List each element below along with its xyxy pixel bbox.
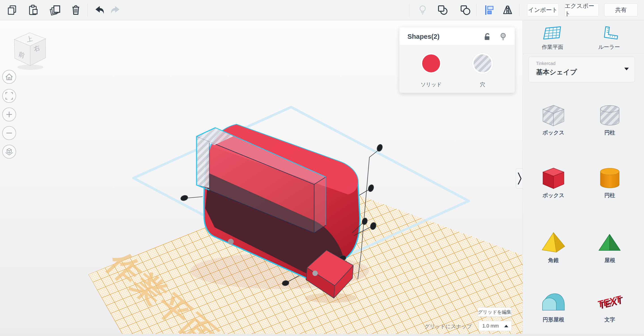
inspector-title: Shapes(2) <box>408 33 440 40</box>
solid-label: ソリッド <box>409 81 454 88</box>
shape-tile-label: ボックス <box>529 129 578 136</box>
redo-icon <box>110 4 122 16</box>
shape-tile-box-hole[interactable]: ボックス <box>529 103 578 136</box>
align-icon <box>484 4 495 16</box>
hole-label: 穴 <box>460 81 505 88</box>
cylinder-hole-icon <box>595 103 624 128</box>
workplane-tool-label: 作業平面 <box>530 44 575 51</box>
paste-button[interactable] <box>26 3 40 17</box>
edit-grid-button[interactable]: グリッドを編集 <box>478 307 512 317</box>
toolbar-separator <box>476 4 476 16</box>
duplicate-button[interactable] <box>48 3 62 17</box>
snap-grid-value: 1.0 mm <box>479 323 504 329</box>
undo-button[interactable] <box>92 3 106 17</box>
mirror-icon <box>502 4 514 16</box>
unlock-icon <box>483 33 492 41</box>
hole-swatch[interactable] <box>472 53 493 74</box>
shape-tile-round-roof[interactable]: 円形屋根 <box>529 290 578 323</box>
caret-down-icon <box>624 68 629 70</box>
shape-tile-label: 屋根 <box>585 257 634 264</box>
shape-library-sidebar: 作業平面 ルーラー Tinkercad 基本シェイプ ボックス 円柱 <box>522 20 644 336</box>
minus-icon <box>4 128 14 138</box>
category-value: 基本シェイプ <box>536 68 577 77</box>
ungroup-icon <box>459 4 471 16</box>
perspective-toggle-button[interactable] <box>2 145 16 158</box>
align-button[interactable] <box>482 3 496 17</box>
shape-tile-label: 円柱 <box>585 129 634 136</box>
ruler-tool[interactable]: ルーラー <box>587 25 632 51</box>
ruler-icon <box>599 25 620 42</box>
toolbar: インポート エクスポート 共有 <box>0 0 644 20</box>
zoom-out-button[interactable] <box>2 126 16 140</box>
roof-icon <box>595 231 624 255</box>
workplane-tool[interactable]: 作業平面 <box>530 25 575 51</box>
shape-tile-box[interactable]: ボックス <box>529 166 578 199</box>
duplicate-icon <box>50 4 61 16</box>
box-icon <box>539 166 568 190</box>
undo-icon <box>93 4 105 16</box>
shape-tile-cylinder-hole[interactable]: 円柱 <box>585 103 634 136</box>
round-roof-icon <box>539 290 568 315</box>
shape-tile-label: 円形屋根 <box>529 316 578 323</box>
import-label: インポート <box>528 6 558 14</box>
copy-button[interactable] <box>5 3 19 17</box>
view-cube[interactable]: 上 前 右 <box>8 29 53 73</box>
zoom-in-button[interactable] <box>2 107 16 121</box>
paste-icon <box>27 4 39 16</box>
snap-grid-dropdown[interactable]: 1.0 mm <box>478 321 512 331</box>
workplane-icon <box>542 25 563 42</box>
hole-striped-circle <box>474 54 492 72</box>
window-bottom-edge <box>0 334 644 336</box>
share-label: 共有 <box>615 6 627 14</box>
snap-grid-label: グリッドにスナップ <box>414 323 472 330</box>
shape-tile-text[interactable]: TEXT TEXT 文字 <box>585 290 634 323</box>
plus-icon <box>4 109 14 120</box>
lock-button[interactable] <box>482 32 492 42</box>
scale-handle[interactable] <box>228 239 234 245</box>
ruler-tool-label: ルーラー <box>587 44 632 51</box>
shape-tile-label: 文字 <box>585 316 634 323</box>
lightbulb-icon <box>417 4 428 16</box>
fit-view-icon <box>4 91 14 101</box>
copy-icon <box>6 4 18 16</box>
hint-lightbulb-button[interactable] <box>416 3 430 17</box>
mirror-button[interactable] <box>500 3 515 17</box>
export-button[interactable]: エクスポート <box>564 3 599 16</box>
share-button[interactable]: 共有 <box>604 3 638 16</box>
toolbar-separator <box>519 4 520 16</box>
shape-tile-roof[interactable]: 屋根 <box>585 231 634 264</box>
box-hole-icon <box>539 103 568 128</box>
inspector-lightbulb-button[interactable] <box>498 32 508 42</box>
sidebar-collapse-tab[interactable] <box>516 169 522 189</box>
perspective-icon <box>4 146 14 157</box>
edit-grid-label: グリッドを編集 <box>478 309 511 315</box>
import-button[interactable]: インポート <box>527 3 559 16</box>
toolbar-separator <box>88 4 88 16</box>
cylinder-icon <box>595 166 624 190</box>
redo-button[interactable] <box>109 3 123 17</box>
delete-button[interactable] <box>69 3 83 17</box>
text-shape-icon: TEXT TEXT <box>595 290 624 315</box>
shape-tile-pyramid[interactable]: 角錐 <box>529 231 578 264</box>
home-view-button[interactable] <box>2 70 16 84</box>
lightbulb-icon <box>499 32 508 41</box>
shape-category-dropdown[interactable]: Tinkercad 基本シェイプ <box>528 57 635 82</box>
brand-label: Tinkercad <box>536 61 556 66</box>
shape-tile-label: ボックス <box>529 192 578 199</box>
pyramid-icon <box>539 231 568 255</box>
shape-tile-cylinder[interactable]: 円柱 <box>585 166 634 199</box>
home-icon <box>4 72 14 82</box>
group-button[interactable] <box>435 3 450 17</box>
sidebar-divider <box>523 54 644 54</box>
3d-viewport[interactable]: 作業平面 <box>0 20 522 336</box>
selection-inspector-panel: Shapes(2) ソリッド 穴 <box>399 27 515 93</box>
caret-up-icon <box>504 325 508 327</box>
fit-view-button[interactable] <box>2 89 16 103</box>
chevron-right-icon <box>517 171 522 186</box>
scale-handle[interactable] <box>312 271 318 276</box>
shape-tile-label: 円柱 <box>585 192 634 199</box>
ungroup-button[interactable] <box>458 3 472 17</box>
solid-swatch[interactable] <box>420 53 442 74</box>
solid-color-circle <box>422 54 440 72</box>
trash-icon <box>70 4 82 16</box>
